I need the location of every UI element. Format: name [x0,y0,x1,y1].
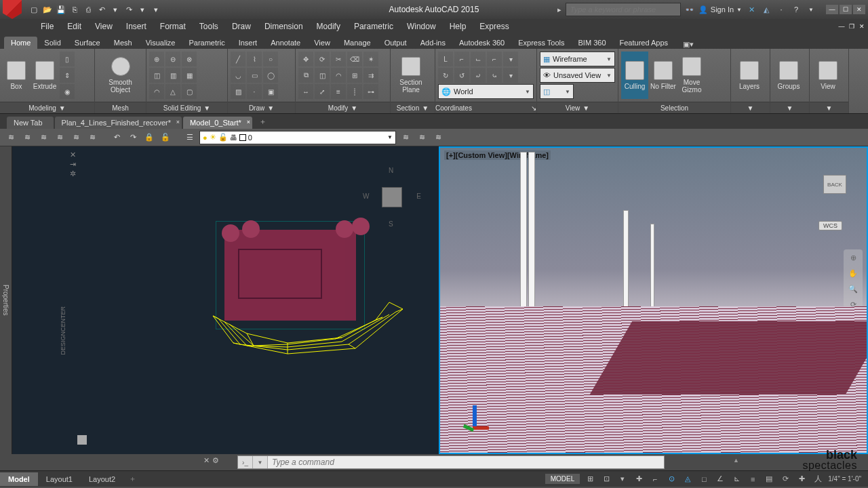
viewport-right[interactable]: [+][Custom View][Wireframe] BACK WCS ⊕ ✋… [439,146,868,454]
file-tab-model0[interactable]: Model_0_Start*× [183,117,252,129]
layer-dropdown[interactable]: ● ☀ 🔓 🖶 0 ▼ [199,131,396,144]
tab-mesh[interactable]: Mesh [107,37,139,49]
layermerge-icon[interactable]: ≋ [431,131,445,144]
layout-tab-layout1[interactable]: Layout1 [38,472,81,486]
layerprops-icon[interactable]: ☰ [183,131,197,144]
layerlck-icon[interactable]: 🔒 [142,131,156,144]
layout-tab-layout2[interactable]: Layout2 [81,472,123,486]
scale-display[interactable]: 1/4" = 1'-0" [828,475,861,483]
tab-expresstools[interactable]: Express Tools [511,37,571,49]
layers-button[interactable]: Layers [734,52,765,99]
doc-restore-button[interactable]: ❐ [847,22,856,30]
copy-icon[interactable]: ⧉ [298,68,313,83]
rotate-icon[interactable]: ⟳ [315,52,330,66]
cmdline-config-icon[interactable]: ⚙ [212,456,219,465]
nofilter-button[interactable]: No Filter [650,52,677,99]
sectionplane-button[interactable]: Section Plane [393,52,429,99]
ortho-icon[interactable]: ⌐ [649,473,661,485]
search-icon[interactable]: 👓 [685,5,694,14]
fullnav-icon[interactable]: ⊕ [850,253,856,262]
compass-e[interactable]: E [416,192,421,200]
wcs-badge[interactable]: WCS [818,221,842,230]
layout-tab-model[interactable]: Model [0,472,38,486]
help-icon[interactable]: ? [791,4,802,15]
search-arrow-icon[interactable]: ▸ [557,5,561,14]
box-button[interactable]: Box [3,52,30,99]
transparency-icon[interactable]: ▤ [763,473,775,485]
menu-modify[interactable]: Modify [310,20,347,33]
layercopy-icon[interactable]: ≋ [415,131,429,144]
command-input[interactable] [268,458,664,467]
offset-icon[interactable]: ⇉ [363,68,378,83]
properties-palette-tab[interactable]: Properties [0,146,12,454]
maximize-button[interactable]: ☐ [840,5,852,14]
annomonitor-icon[interactable]: ✚ [795,473,808,485]
palette-menu-icon[interactable]: ✲ [16,169,76,179]
hatch-icon[interactable]: ▨ [231,84,245,99]
presspull-icon[interactable]: ⇕ [60,68,75,83]
rect-icon[interactable]: ▭ [247,68,262,83]
join-icon[interactable]: ⊶ [363,84,378,99]
tab-home[interactable]: Home [4,37,37,49]
qat-open-icon[interactable]: 📂 [42,4,53,15]
designcenter-icon[interactable] [77,435,87,445]
circle-icon[interactable]: ○ [263,52,278,66]
signin-button[interactable]: 👤 Sign In ▼ [698,5,742,14]
ucs2-icon[interactable]: ⌐ [454,52,469,66]
designcenter-tab[interactable]: DESIGNCENTER [60,306,66,355]
ucs3-icon[interactable]: ⌙ [471,52,486,66]
menu-window[interactable]: Window [400,20,443,33]
taper-icon[interactable]: △ [165,84,180,99]
a360-icon[interactable]: ◭ [761,4,772,15]
panel-section-label[interactable]: Section [397,104,419,112]
tab-view[interactable]: View [307,37,337,49]
fillet-icon[interactable]: ◠ [149,84,164,99]
thicken-icon[interactable]: ▥ [165,68,180,83]
tab-surface[interactable]: Surface [68,37,107,49]
ucs-icon-3d[interactable] [460,405,488,432]
viewport-dropdown[interactable]: ◫▼ [540,84,574,99]
doc-minimize-button[interactable]: — [837,22,846,30]
snap-icon[interactable]: ⊡ [600,473,612,485]
pan-icon[interactable]: ✋ [848,269,858,278]
add-layout-button[interactable]: ＋ [123,471,142,487]
smoothobject-button[interactable]: Smooth Object [102,52,139,99]
layermatch-icon[interactable]: ≋ [85,131,99,144]
menu-parametric[interactable]: Parametric [347,20,400,33]
help-search-input[interactable] [566,3,681,16]
line-icon[interactable]: ╱ [231,52,245,66]
cycling-icon[interactable]: ⟳ [779,473,791,485]
arc-icon[interactable]: ◡ [231,68,245,83]
trim-icon[interactable]: ✂ [331,52,346,66]
tab-solid[interactable]: Solid [37,37,67,49]
lwt-icon[interactable]: ≡ [747,473,759,485]
align-icon[interactable]: ≡ [331,84,346,99]
qat-redo-icon[interactable]: ↷ [123,4,134,15]
cmdline-expand-icon[interactable]: ▲ [733,457,739,464]
culling-button[interactable]: Culling [621,52,648,99]
ribbon-panels-icon[interactable]: ▣▾ [683,40,694,49]
tab-visualize[interactable]: Visualize [139,37,182,49]
file-tab-newtab[interactable]: New Tab [7,117,54,129]
layerfrz-icon[interactable]: ≋ [37,131,50,144]
tab-parametric[interactable]: Parametric [182,37,231,49]
app-logo[interactable] [3,0,22,19]
doc-close-button[interactable]: ✕ [857,22,867,30]
cmdline-close-icon[interactable]: ✕ [203,456,210,465]
menu-dimension[interactable]: Dimension [258,20,310,33]
compass-s[interactable]: S [389,220,393,228]
ucs5-icon[interactable]: ▾ [503,52,518,66]
stretch-icon[interactable]: ↔ [298,84,313,99]
palette-close-icon[interactable]: ✕ [16,150,76,160]
slice-icon[interactable]: ◫ [149,68,164,83]
move-icon[interactable]: ✥ [298,52,313,66]
layerwalk-icon[interactable]: ↷ [126,131,140,144]
explode-icon[interactable]: ✶ [363,52,378,66]
ucs10-icon[interactable]: ▾ [503,68,518,83]
viewcube-face[interactable] [382,187,402,207]
menu-file[interactable]: File [34,20,60,33]
command-line[interactable]: ›_ ▼ [237,455,665,469]
command-prompt-icon[interactable]: ›_ [238,456,253,468]
panel-modeling-label[interactable]: Modeling [28,104,56,112]
tab-autodesk360[interactable]: Autodesk 360 [452,37,511,49]
